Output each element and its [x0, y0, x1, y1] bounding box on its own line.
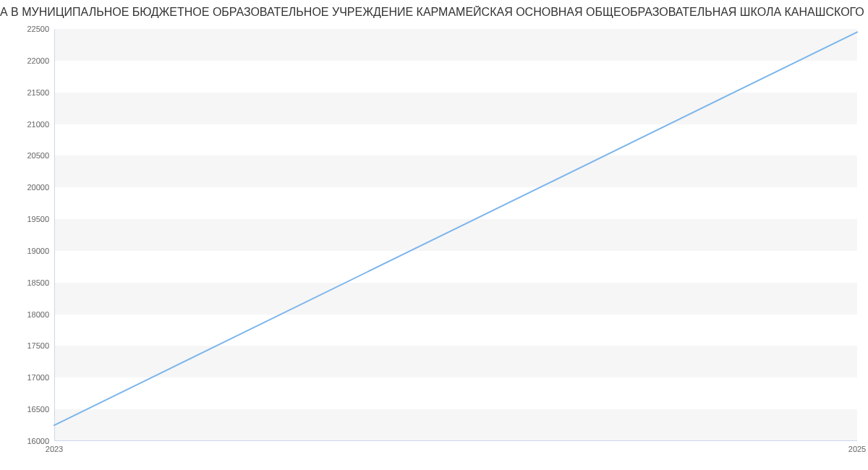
- y-tick-label: 22000: [27, 56, 49, 65]
- y-tick-label: 20500: [27, 151, 49, 160]
- chart-container: А В МУНИЦИПАЛЬНОЕ БЮДЖЕТНОЕ ОБРАЗОВАТЕЛЬ…: [0, 0, 868, 470]
- line-series: [54, 29, 857, 441]
- y-tick-label: 19000: [27, 247, 49, 255]
- chart-title: А В МУНИЦИПАЛЬНОЕ БЮДЖЕТНОЕ ОБРАЗОВАТЕЛЬ…: [0, 6, 868, 19]
- y-tick-label: 18500: [27, 278, 49, 287]
- y-tick-label: 22500: [27, 25, 49, 33]
- plot-area[interactable]: [54, 29, 857, 441]
- x-tick-label: 2025: [848, 445, 866, 453]
- y-tick-label: 17000: [27, 373, 49, 382]
- y-tick-label: 20000: [27, 183, 49, 192]
- y-tick-label: 17500: [27, 341, 49, 350]
- y-tick-label: 19500: [27, 215, 49, 223]
- y-tick-label: 21500: [27, 88, 49, 97]
- y-tick-label: 16500: [27, 405, 49, 414]
- x-tick-label: 2023: [46, 445, 63, 453]
- y-tick-label: 21000: [27, 120, 49, 129]
- y-tick-label: 18000: [27, 310, 49, 319]
- series-1-path: [54, 32, 857, 425]
